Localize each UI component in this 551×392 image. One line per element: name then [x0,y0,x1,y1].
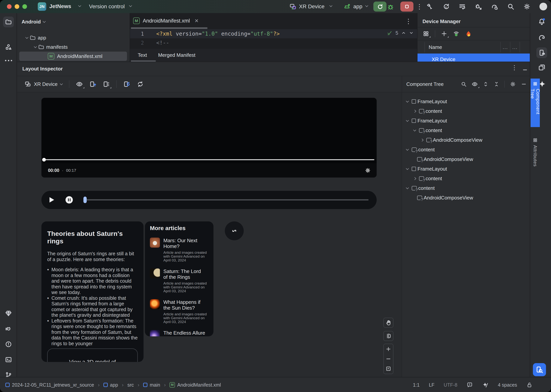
avatar[interactable] [539,3,547,10]
tree-node[interactable]: AndroidComposeView [402,154,530,164]
running-devices-tool-icon[interactable] [538,63,546,71]
inspector-device-selector[interactable]: XR Device [25,81,62,87]
pause-button[interactable] [65,196,73,203]
project-node-manifest-file[interactable]: M AndroidManifest.xml [17,52,130,61]
view-3d-model-button[interactable]: View a 3D model of [47,349,138,362]
tab-attributes[interactable]: Attributes [530,135,540,176]
vcs-widget[interactable]: Version control [89,3,125,10]
more-tool-windows-button[interactable] [3,55,14,66]
project-view-selector[interactable]: Android [21,19,45,25]
tree-node[interactable]: content [402,106,530,116]
debug-icon[interactable] [387,3,394,10]
tree-settings-gear-icon[interactable] [510,81,516,87]
play-icon[interactable] [50,197,54,203]
search-everywhere-icon[interactable] [507,3,514,10]
rerun-button[interactable] [373,1,386,12]
resource-manager-tool-button[interactable] [3,42,14,52]
tree-node[interactable]: content [402,126,530,135]
tree-node[interactable]: content [402,183,530,193]
breadcrumb-item[interactable]: main [143,382,160,388]
device-row-xr-device[interactable]: XR Device [417,54,530,62]
target-device-selector[interactable]: XR Device [299,3,324,10]
attach-debugger-icon[interactable] [475,3,482,10]
live-updates-icon[interactable] [123,81,130,88]
panel-options-kebab-icon[interactable]: ⋮ [511,64,517,71]
code-line-1[interactable]: 1 <?xml version="1.0" encoding="utf-8"?> [130,29,417,38]
tree-node[interactable]: FrameLayout [402,116,530,126]
apply-changes-icon[interactable]: A [442,3,450,10]
caret-position[interactable]: 1:1 [413,382,420,388]
line-ending[interactable]: LF [429,382,434,388]
pan-hand-tool-button[interactable] [383,318,394,328]
indent-setting[interactable]: 4 spaces [498,382,517,388]
collapse-all-icon[interactable] [494,81,499,87]
problems-tool-button[interactable] [3,339,14,350]
project-logo[interactable]: JN [38,2,46,11]
inspections-widget-icon[interactable] [467,382,473,388]
article-item[interactable]: Saturn: The Lord of the RingsArticle and… [150,268,208,293]
more-actions-kebab-icon[interactable]: ⋮ [416,3,423,10]
gradle-sync-icon[interactable] [491,3,498,10]
deep-inspect-eye-icon[interactable] [76,81,83,88]
3d-mode-button[interactable] [383,331,394,341]
breadcrumb-item[interactable]: MAndroidManifest.xml [170,382,221,388]
tree-node[interactable]: AndroidComposeView [402,193,530,203]
recent-changes-icon[interactable] [458,3,466,10]
maximize-window-button[interactable] [22,4,27,9]
audio-player[interactable] [41,191,377,209]
video-progress-thumb[interactable] [42,158,46,161]
terminal-tool-button[interactable] [3,354,14,365]
file-encoding[interactable]: UTF-8 [444,382,457,388]
device-manager-tool-button[interactable] [536,47,547,58]
project-tool-button[interactable] [3,17,14,27]
run-config-selector[interactable]: app [353,3,362,10]
tree-node[interactable]: content [402,145,530,154]
code-line-2[interactable]: 2 <!-- [130,38,417,47]
zoom-to-fit-button[interactable] [386,366,391,371]
add-device-icon[interactable] [441,31,447,37]
article-item[interactable]: The Endless Allure of the UniverseArticl… [150,330,208,336]
project-node-manifests[interactable]: manifests [17,42,130,52]
search-icon[interactable] [461,81,467,87]
refresh-icon[interactable] [137,81,144,88]
video-settings-gear-icon[interactable] [365,167,371,174]
breadcrumb-item[interactable]: 2024-12-05_RC11_jetnews_xr_source [5,382,94,388]
firebase-icon[interactable] [465,30,472,37]
hide-panel-icon[interactable] [521,81,527,87]
stop-button[interactable] [400,1,414,12]
tree-node[interactable]: AndroidComposeView [402,135,530,145]
close-window-button[interactable] [7,4,12,9]
minimize-panel-icon[interactable] [522,67,528,73]
article-item[interactable]: What Happens if the Sun Dies?Article and… [150,299,208,324]
gradle-tool-icon[interactable] [538,33,546,41]
layer-spacing-icon[interactable] [103,81,110,88]
project-name[interactable]: JetNews [49,3,71,9]
close-tab-icon[interactable]: ✕ [195,18,199,24]
collapse-panel-fab[interactable] [225,221,244,240]
tree-node[interactable]: FrameLayout [402,164,530,174]
layout-inspector-mode-button[interactable] [533,363,546,376]
project-node-app[interactable]: app [17,33,130,42]
zoom-in-button[interactable] [386,346,391,352]
inspector-canvas[interactable]: 00:00 · 00:17 Theories about Saturn' [17,92,402,377]
filter-eye-icon[interactable] [472,81,478,87]
app-quality-insights-tool-button[interactable] [3,308,14,319]
tab-text[interactable]: Text [138,52,147,58]
build-icon[interactable] [426,3,433,10]
breadcrumb-item[interactable]: src [127,382,134,388]
tree-node[interactable]: FrameLayout [402,97,530,106]
settings-gear-icon[interactable] [523,3,530,10]
expand-all-icon[interactable] [483,81,489,87]
editor-options-kebab-icon[interactable]: ⋮ [405,17,412,25]
audio-slider-thumb[interactable] [83,196,87,203]
pair-wifi-device-icon[interactable] [453,30,459,37]
column-header-ellipsis[interactable]: ... [503,44,508,50]
minimize-window-button[interactable] [15,4,19,9]
audio-slider-track[interactable] [83,199,369,200]
group-devices-icon[interactable] [423,31,429,37]
video-progress-bar[interactable] [44,159,374,160]
tab-merged-manifest[interactable]: Merged Manifest [158,52,196,58]
breadcrumb-item[interactable]: app [103,382,118,388]
video-player[interactable]: 00:00 · 00:17 [41,98,377,177]
article-item[interactable]: Mars: Our Next Home?Article and images c… [150,238,208,262]
